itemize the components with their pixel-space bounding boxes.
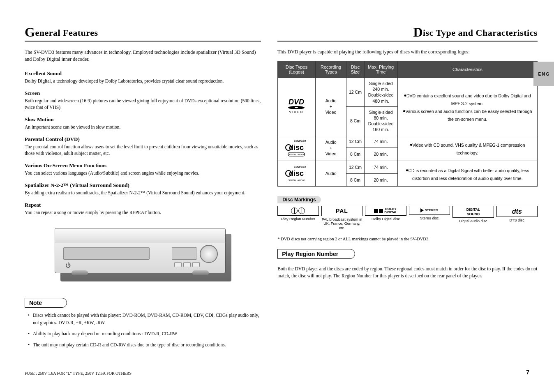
table-header: Disc Types (Logos)	[278, 61, 315, 78]
dolby-icon: DOLBYDIGITAL	[365, 206, 406, 216]
region-restriction-note: * DVD discs not carrying region 2 or ALL…	[277, 236, 538, 242]
table-header: Characteristics	[397, 61, 537, 78]
left-section-title: General Features	[25, 25, 261, 42]
feature-body: You can repeat a song or movie simply by…	[25, 209, 261, 216]
dvd-player-illustration: ⏻	[55, 228, 231, 281]
disc-logo-cell: COMPACTdiscDIGITAL AUDIO	[278, 161, 315, 186]
disc-mark-digital: DIGITALSOUNDDigital Audio disc	[452, 206, 494, 224]
feature-list: Excellent SoundDolby Digital, a technolo…	[25, 70, 261, 216]
feature-body: Both regular and widescreen (16:9) pictu…	[25, 97, 261, 111]
mark-caption: Dolby Digital disc	[365, 217, 406, 221]
svg-text:COMPACT: COMPACT	[294, 166, 306, 168]
right-title-rest: isc Type and Characteristics	[423, 28, 538, 38]
player-transport-icons	[174, 262, 200, 267]
feature-title: Parental Control (DVD)	[25, 136, 261, 143]
characteristics-cell: •Video with CD sound, VHS quality & MPEG…	[397, 135, 537, 161]
disc-size-cell: 12 Cm	[346, 78, 364, 107]
region-note-text: Both the DVD player and the discs are co…	[277, 265, 538, 280]
feature-title: Excellent Sound	[25, 70, 261, 77]
feature-title: Screen	[25, 90, 261, 97]
play-time-cell: 74 min.	[364, 161, 397, 173]
left-note-box: Note Discs which cannot be played with t…	[25, 298, 261, 348]
mark-caption: Digital Audio disc	[452, 219, 494, 224]
table-row: COMPACTdiscDIGITAL AUDIOAudio12 Cm74 min…	[278, 161, 538, 173]
play-time-cell: 74 min.	[364, 135, 397, 148]
characteristics-cell: •CD is recorded as a Digital Signal with…	[397, 161, 537, 186]
right-lead: This DVD player is capable of playing th…	[277, 49, 538, 55]
note-item: Discs which cannot be played with this p…	[28, 312, 261, 326]
disc-size-cell: 8 Cm	[346, 173, 364, 186]
feature-title: Slow Motion	[25, 116, 261, 123]
svg-text:VIDEO: VIDEO	[289, 110, 304, 114]
stereo-icon: STEREO	[409, 206, 450, 215]
characteristics-cell: •DVD contains excellent sound and video …	[397, 78, 537, 135]
feature-body: By adding extra realism to soundtracks, …	[25, 189, 261, 196]
feature-body: You can select various languages (Audio/…	[25, 170, 261, 176]
recording-type-cell: Audio	[315, 161, 346, 186]
disc-table: Disc Types (Logos)Recording TypesDisc Si…	[277, 61, 538, 187]
region-note-box: Play Region Number Both the DVD player a…	[277, 249, 538, 280]
feature-title: Various On-Screen Menu Functions	[25, 162, 261, 169]
region-note-header: Play Region Number	[277, 249, 355, 259]
play-time-cell: 20 min.	[364, 173, 397, 186]
play-time-cell: 20 min.	[364, 148, 397, 161]
mark-caption: PAL broadcast system in UK, France, Germ…	[321, 217, 362, 231]
feature-body: The parental control function allows use…	[25, 143, 261, 157]
svg-text:DVD: DVD	[289, 98, 304, 106]
disc-markings: Disc Markings Play Region NumberPALPAL b…	[277, 196, 538, 242]
recording-type-cell: Audio+Video	[315, 78, 346, 135]
svg-text:DIGITAL VIDEO: DIGITAL VIDEO	[288, 153, 305, 156]
mark-caption: Stereo disc	[409, 216, 450, 221]
fuse-spec: FUSE : 250V 1.6A FOR "L" TYPE, 250V T2.5…	[25, 371, 132, 376]
disc-mark-pal: PALPAL broadcast system in UK, France, G…	[321, 206, 362, 231]
left-note-header: Note	[25, 298, 67, 308]
note-item: The unit may not play certain CD-R and C…	[28, 341, 261, 348]
mark-caption: Play Region Number	[277, 217, 319, 221]
pal-icon: PAL	[321, 206, 362, 216]
feature-title: Spatializer N-2-2™ (Virtual Surround Sou…	[25, 182, 261, 189]
svg-text:COMPACT: COMPACT	[294, 140, 306, 142]
right-section-title: Disc Type and Characteristics	[277, 25, 538, 42]
language-tab: E N G	[533, 62, 554, 86]
table-row: DVDVIDEOAudio+Video12 CmSingle-sided 240…	[278, 78, 538, 107]
svg-point-2	[295, 107, 298, 108]
svg-text:DIGITAL AUDIO: DIGITAL AUDIO	[288, 179, 305, 182]
left-intro: The SV-DVD3 features many advances in te…	[25, 49, 261, 63]
feature-body: An important scene can be viewed in slow…	[25, 124, 261, 130]
recording-type-cell: Audio+Video	[315, 135, 346, 161]
note-item: Ability to play back may depend on recor…	[28, 330, 261, 337]
table-row: COMPACTdiscDIGITAL VIDEOAudio+Video12 Cm…	[278, 135, 538, 148]
disc-size-cell: 8 Cm	[346, 106, 364, 135]
feature-title: Repeat	[25, 202, 261, 208]
disc-logo-cell: COMPACTdiscDIGITAL VIDEO	[278, 135, 315, 161]
right-title-cap: D	[413, 25, 423, 39]
disc-size-cell: 12 Cm	[346, 135, 364, 148]
table-header: Max. Playing Time	[364, 61, 397, 78]
disc-mark-dts: dtsDTS disc	[496, 206, 538, 223]
play-time-cell: Single-sided 240 min.Double-sided 480 mi…	[364, 78, 397, 107]
left-title-rest: eneral Features	[35, 28, 98, 38]
disc-logo-cell: DVDVIDEO	[278, 78, 315, 135]
page-number: 7	[526, 369, 529, 376]
play-time-cell: Single-sided 80 min.Double-sided 160 min…	[364, 106, 397, 135]
mark-caption: DTS disc	[496, 218, 538, 223]
table-header: Disc Size	[346, 61, 364, 78]
disc-mark-dolby: DOLBYDIGITALDolby Digital disc	[365, 206, 406, 221]
disc-size-cell: 12 Cm	[346, 161, 364, 173]
disc-size-cell: 8 Cm	[346, 148, 364, 161]
disc-mark-region: Play Region Number	[277, 206, 319, 221]
disc-mark-stereo: STEREOStereo disc	[409, 206, 450, 221]
power-icon: ⏻	[65, 262, 71, 269]
region-icon	[277, 206, 319, 216]
feature-body: Dolby Digital, a technology developed by…	[25, 78, 261, 84]
disc-markings-title: Disc Markings	[277, 196, 321, 203]
left-title-cap: G	[25, 25, 35, 39]
dts-icon: dts	[496, 206, 538, 217]
table-header: Recording Types	[315, 61, 346, 78]
digital-icon: DIGITALSOUND	[452, 206, 494, 218]
